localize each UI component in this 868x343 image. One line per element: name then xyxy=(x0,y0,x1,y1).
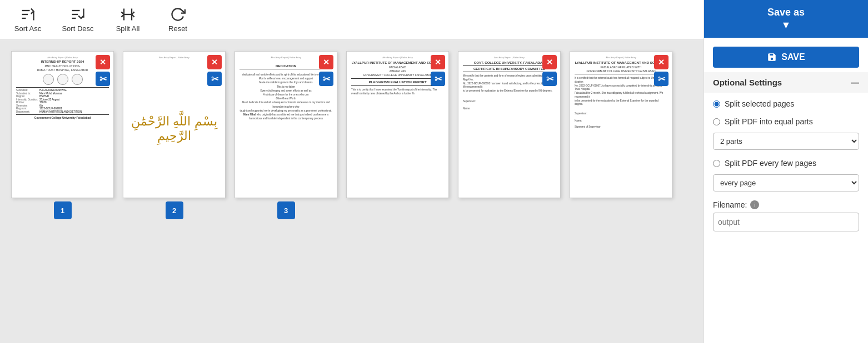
split-equal-label: Split PDF into equal parts xyxy=(725,117,813,126)
page-card-6: ✕ ✂ Afro Artsy Report | Rafiar Artsy LYA… xyxy=(570,51,672,219)
sort-asc-button[interactable]: Sort Asc xyxy=(11,7,44,33)
split-few-label: Split PDF every few pages xyxy=(725,159,816,168)
split-page-1-button[interactable]: ✂ xyxy=(96,72,110,86)
save-button[interactable]: SAVE xyxy=(713,47,859,68)
option-group-split-selected: Split selected pages xyxy=(713,99,859,108)
split-equal-option[interactable]: Split PDF into equal parts xyxy=(713,117,859,126)
page-thumb-4: ✕ ✂ Afro Artsy Report | Rafiar Artsy LYA… xyxy=(346,51,449,198)
pages-container: ✕ ✂ Afro Artsy Report | Rafiar Artsy INT… xyxy=(0,40,704,343)
page-number-2: 2 xyxy=(166,201,183,219)
pages-grid: ✕ ✂ Afro Artsy Report | Rafiar Artsy INT… xyxy=(11,51,692,219)
split-selected-radio[interactable] xyxy=(713,100,720,108)
filename-group: Filename: i xyxy=(713,200,859,231)
page-thumb-5: ✕ ✂ Afro Artsy Report | Rafiar Artsy GOV… xyxy=(458,51,561,198)
sort-asc-label: Sort Asc xyxy=(14,24,41,33)
optional-settings-label: Optional Settings xyxy=(713,78,782,87)
split-few-option[interactable]: Split PDF every few pages xyxy=(713,159,859,168)
split-page-3-button[interactable]: ✂ xyxy=(319,72,333,86)
page-thumb-1: ✕ ✂ Afro Artsy Report | Rafiar Artsy INT… xyxy=(11,51,114,198)
split-selected-option[interactable]: Split selected pages xyxy=(713,99,859,108)
page-thumb-3: ✕ ✂ Afro Artsy Report | Rafiar Artsy DED… xyxy=(235,51,337,198)
remove-page-6-button[interactable]: ✕ xyxy=(654,55,669,69)
equal-parts-select[interactable]: 2 parts 3 parts 4 parts xyxy=(713,133,859,150)
page-thumb-2: ✕ ✂ Afro Artsy Report | Rafiar Artsy بِس… xyxy=(123,51,226,198)
sort-desc-label: Sort Desc xyxy=(62,24,93,33)
split-equal-radio[interactable] xyxy=(713,118,720,125)
page-card-5: ✕ ✂ Afro Artsy Report | Rafiar Artsy GOV… xyxy=(458,51,561,219)
remove-page-1-button[interactable]: ✕ xyxy=(96,55,110,69)
reset-button[interactable]: Reset xyxy=(161,7,194,33)
toolbar: Sort Asc Sort Desc Split All xyxy=(0,0,704,40)
remove-page-3-button[interactable]: ✕ xyxy=(319,55,333,69)
save-as-title: Save as xyxy=(711,7,861,18)
reset-label: Reset xyxy=(168,24,187,33)
remove-page-2-button[interactable]: ✕ xyxy=(207,55,222,69)
page-card-2: ✕ ✂ Afro Artsy Report | Rafiar Artsy بِس… xyxy=(123,51,226,219)
page-no-badge-4 xyxy=(389,198,407,216)
split-all-label: Split All xyxy=(116,24,140,33)
split-page-5-button[interactable]: ✂ xyxy=(542,72,557,86)
page-no-badge-6 xyxy=(612,198,630,216)
split-page-4-button[interactable]: ✂ xyxy=(431,72,445,86)
filename-input[interactable] xyxy=(713,213,859,231)
optional-settings-header: Optional Settings — xyxy=(704,72,868,93)
every-page-select[interactable]: every page every 2 pages every 3 pages xyxy=(713,174,859,191)
remove-page-5-button[interactable]: ✕ xyxy=(542,55,557,69)
save-button-label: SAVE xyxy=(781,52,805,62)
filename-label: Filename: i xyxy=(713,200,859,209)
split-page-6-button[interactable]: ✂ xyxy=(654,72,669,86)
page-card-3: ✕ ✂ Afro Artsy Report | Rafiar Artsy DED… xyxy=(235,51,337,219)
page-card-4: ✕ ✂ Afro Artsy Report | Rafiar Artsy LYA… xyxy=(346,51,449,219)
right-panel: Save as ▼ SAVE Optional Settings — Split… xyxy=(704,0,868,343)
option-group-split-equal: Split PDF into equal parts 2 parts 3 par… xyxy=(713,117,859,150)
option-group-split-few: Split PDF every few pages every page eve… xyxy=(713,159,859,191)
page-no-badge-5 xyxy=(501,198,518,216)
split-all-button[interactable]: Split All xyxy=(111,7,144,33)
sort-desc-button[interactable]: Sort Desc xyxy=(61,7,94,33)
info-icon: i xyxy=(750,200,759,209)
optional-settings: Optional Settings — Split selected pages… xyxy=(704,72,868,249)
save-icon xyxy=(767,52,777,62)
collapse-icon[interactable]: — xyxy=(851,78,859,87)
split-few-radio[interactable] xyxy=(713,160,720,167)
split-page-2-button[interactable]: ✂ xyxy=(207,72,222,86)
page-thumb-6: ✕ ✂ Afro Artsy Report | Rafiar Artsy LYA… xyxy=(570,51,672,198)
chevron-down-icon: ▼ xyxy=(711,19,861,31)
remove-page-4-button[interactable]: ✕ xyxy=(431,55,445,69)
save-as-header[interactable]: Save as ▼ xyxy=(704,0,868,38)
page-number-3: 3 xyxy=(277,201,295,219)
split-selected-label: Split selected pages xyxy=(725,99,794,108)
page-card-1: ✕ ✂ Afro Artsy Report | Rafiar Artsy INT… xyxy=(11,51,114,219)
page-number-1: 1 xyxy=(54,201,72,219)
main-area: Sort Asc Sort Desc Split All xyxy=(0,0,704,343)
